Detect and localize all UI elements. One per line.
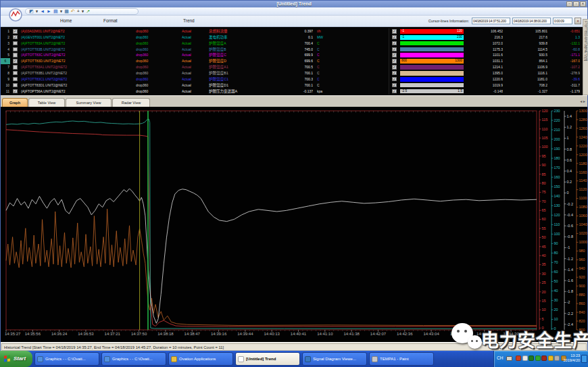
taskbar-button[interactable]: Ovation Applications xyxy=(168,352,233,366)
cursor-diff-value: -171.1 xyxy=(549,52,580,58)
cursor-value-row[interactable]: ✓-2.51.5-0.148-1.327-1.179 xyxy=(389,89,582,95)
app-logo-icon[interactable] xyxy=(9,8,22,22)
taskbar-button[interactable]: Graphics - - C:\Ovati... xyxy=(101,352,166,366)
scale-bar xyxy=(400,53,464,57)
cursor-value-row[interactable]: ✓-1230216.3217.61.3 xyxy=(389,34,582,41)
tray-icon-1[interactable] xyxy=(516,356,521,361)
cursor-row-checkbox[interactable]: ✓ xyxy=(392,53,397,57)
forward-icon[interactable]: ► xyxy=(47,9,51,14)
dropdown-caret-icon[interactable]: ▾ xyxy=(60,9,63,14)
signal-row[interactable]: 11✓(A)FTOPT56A.UNIT2@NET2drop360Actual炉膛… xyxy=(1,89,387,95)
selected-signal-label: FTOTT83D.UNIT2@NET2 [5] xyxy=(584,21,587,61)
cursor-row-checkbox[interactable]: ✓ xyxy=(392,35,397,40)
cursor-row-checkbox[interactable]: ✓ xyxy=(392,29,397,34)
cursor-time-1-field[interactable]: 04/18/2019 14:37:51.200 xyxy=(472,18,510,24)
cursor2-value: -1.327 xyxy=(504,89,547,95)
trend-line-icon[interactable]: ↗ xyxy=(86,9,90,14)
tab-table-view[interactable]: Table View xyxy=(28,98,65,107)
signal-row[interactable]: 2✓(A)GEV3T001.UNIT2@NET2drop360Actual发电机… xyxy=(1,34,387,41)
signal-visibility-checkbox[interactable]: ✓ xyxy=(13,29,18,34)
trace-炉膛压力变送器A xyxy=(6,189,537,323)
signal-visibility-checkbox[interactable]: ✓ xyxy=(13,59,18,64)
taskbar-button[interactable]: Graphics - - C:\Ovati... xyxy=(34,352,99,366)
cursor-row-checkbox[interactable]: ✓ xyxy=(392,71,397,76)
signal-visibility-checkbox[interactable] xyxy=(13,83,18,88)
back-icon[interactable]: ◄ xyxy=(40,9,45,14)
signal-visibility-checkbox[interactable] xyxy=(13,53,18,57)
cursor-row-checkbox[interactable]: ✓ xyxy=(392,41,397,46)
cursor-value-row[interactable]: ✓-1120106.452105.801-0.651 xyxy=(389,28,582,34)
signal-name: (A)FTOTT83B.UNIT2@NET2 xyxy=(21,47,134,53)
signal-row[interactable]: 9(A)FTOTT83C1.UNIT2@NET2drop360Actual炉膛温… xyxy=(1,76,387,82)
cursor-value-row[interactable]: ✓1214.11106.9-107.2 xyxy=(389,64,582,70)
restore-button[interactable]: ▫ xyxy=(573,1,579,7)
undo-icon[interactable]: ↶ xyxy=(71,9,75,14)
cursor-close-button[interactable]: ✕ xyxy=(574,18,581,24)
new-trend-icon[interactable]: ◩ xyxy=(29,9,34,14)
cursor-value-row[interactable]: ✓1072.0939.8-132.1 xyxy=(389,41,582,47)
close-button[interactable]: ✕ xyxy=(580,1,586,7)
network-icon[interactable] xyxy=(581,355,587,363)
trace-总燃料流量 xyxy=(6,130,537,326)
start-button[interactable]: Start xyxy=(0,351,32,367)
tray-icon-3[interactable] xyxy=(529,356,534,361)
signal-visibility-checkbox[interactable] xyxy=(13,47,18,52)
tab-graph[interactable]: Graph xyxy=(2,98,28,107)
cursor-row-checkbox[interactable]: ✓ xyxy=(392,89,397,94)
signal-status: Actual xyxy=(182,58,207,64)
cursor-value-row[interactable]: ✓1019.9708.2-311.7 xyxy=(389,82,582,89)
signal-row[interactable]: 3(A)FTOTT83A.UNIT2@NET2drop360Actual炉膛温度… xyxy=(1,41,387,47)
tray-icon-7[interactable] xyxy=(554,356,560,361)
add-icon[interactable]: + xyxy=(77,9,80,14)
tab-radar-view[interactable]: Radar View xyxy=(112,98,150,107)
signal-row[interactable]: 1✓(A)03A02M01.UNIT2@NET2drop360Actual总燃料… xyxy=(1,28,387,34)
grid-icon[interactable]: ▦ xyxy=(64,9,69,14)
signal-visibility-checkbox[interactable] xyxy=(13,77,18,82)
dropdown-caret-icon[interactable]: ▾ xyxy=(82,9,84,14)
signal-row[interactable]: 6✓(A)FTOTT83D.UNIT2@NET2drop360Actual炉膛温… xyxy=(1,58,387,64)
signal-row[interactable]: 4(A)FTOTT83B.UNIT2@NET2drop360Actual炉膛温度… xyxy=(1,47,387,53)
signal-row[interactable]: 5(A)FTOTT83C.UNIT2@NET2drop360Actual炉膛温度… xyxy=(1,52,387,58)
tray-icon-4[interactable] xyxy=(535,356,541,361)
tab-scroll-arrows[interactable]: ◂ ▸ xyxy=(580,99,585,103)
signal-visibility-checkbox[interactable]: ✓ xyxy=(13,35,18,40)
taskbar-button[interactable]: TEMPA1 - Paint xyxy=(369,352,434,366)
cursor-row-checkbox[interactable]: ✓ xyxy=(392,65,397,70)
signal-visibility-checkbox[interactable] xyxy=(13,65,18,70)
menu-item-trend[interactable]: Trend xyxy=(183,18,195,23)
cursor-value-row[interactable]: ✓1101.6930.5-171.1 xyxy=(389,52,582,58)
tab-summary-view[interactable]: Summary View xyxy=(66,98,112,107)
signal-description: 炉膛温度A xyxy=(209,41,290,47)
taskbar-button[interactable]: Signal Diagram Viewe... xyxy=(302,352,367,366)
signal-row[interactable]: 8(A)FTOTT83B1.UNIT2@NET2drop360Actual炉膛温… xyxy=(1,70,387,76)
signal-visibility-checkbox[interactable]: ✓ xyxy=(13,89,18,94)
export-icon[interactable]: ▤ xyxy=(53,9,58,14)
cursor-value-row[interactable]: ✓1395.01116.1-278.9 xyxy=(389,70,582,76)
language-indicator[interactable]: CH xyxy=(497,356,503,360)
cursor-value-row[interactable]: ✓80013001031.1864.1-167.0 xyxy=(389,58,582,64)
signal-row[interactable]: 10(A)FTOTT83D1.UNIT2@NET2drop360Actual炉膛… xyxy=(1,82,387,89)
cursor-duration-field[interactable]: 0:00:09 xyxy=(553,18,572,24)
svg-text:10: 10 xyxy=(542,308,546,312)
cursor-value-row[interactable]: ✓1220.61181.0-39.6 xyxy=(389,76,582,82)
cursor-time-2-field[interactable]: 04/18/2019 14:38:00.200 xyxy=(512,18,551,24)
svg-text:14:42:07: 14:42:07 xyxy=(370,332,387,336)
dropdown-caret-icon[interactable]: ▾ xyxy=(36,9,39,14)
signal-visibility-checkbox[interactable] xyxy=(13,71,18,76)
minimize-button[interactable]: ─ xyxy=(566,1,572,7)
menu-item-format[interactable]: Format xyxy=(103,18,118,23)
tray-icon-2[interactable] xyxy=(522,356,528,361)
cursor-row-checkbox[interactable]: ✓ xyxy=(392,77,397,82)
menu-item-home[interactable]: Home xyxy=(60,18,72,23)
cursor-row-checkbox[interactable]: ✓ xyxy=(392,59,397,64)
cursor-value-row[interactable]: ✓1175.31114.5-60.8 xyxy=(389,47,582,53)
taskbar-button[interactable]: [Untitled] Trend xyxy=(235,352,300,366)
tray-icon-6[interactable] xyxy=(548,356,554,361)
signal-visibility-checkbox[interactable] xyxy=(13,41,18,46)
printer-icon[interactable] xyxy=(506,356,512,361)
signal-row[interactable]: 7(A)FTOTT83A1.UNIT2@NET2drop360Actual炉膛温… xyxy=(1,64,387,70)
tray-icon-5[interactable] xyxy=(541,356,547,361)
cursor-row-checkbox[interactable]: ✓ xyxy=(392,83,397,88)
cursor-row-checkbox[interactable]: ✓ xyxy=(392,47,397,52)
clock[interactable]: 13:23 2019/4/20 xyxy=(564,353,580,363)
